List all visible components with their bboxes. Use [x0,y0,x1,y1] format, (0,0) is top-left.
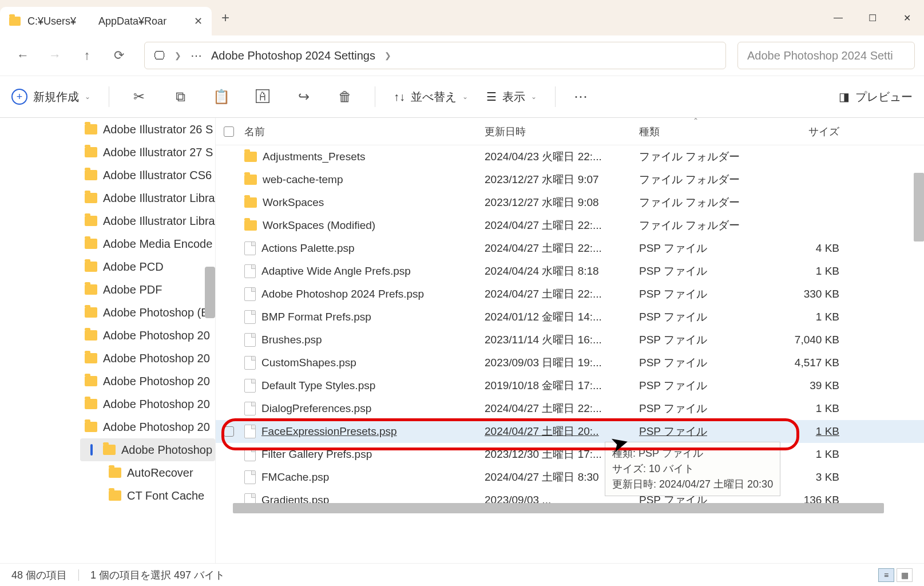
sidebar-item[interactable]: Adobe Photoshop 20 [80,393,215,415]
sidebar-item[interactable]: Adobe Photoshop 20 [80,347,215,370]
tab-active[interactable]: C:¥Users¥ AppData¥Roar ✕ [0,7,212,35]
sidebar-item-label: Adobe PCD [103,260,164,274]
file-pane: ⌃ 名前 更新日時 種類 サイズ Adjustments_Presets2024… [216,118,924,563]
file-name: BMP Format Prefs.psp [261,311,371,323]
file-row[interactable]: Adobe Photoshop 2024 Prefs.psp2024/04/27… [216,283,924,306]
file-row[interactable]: Actions Palette.psp2024/04/27 土曜日 22:...… [216,237,924,260]
sidebar-item[interactable]: Adobe Photoshop 20 [80,370,215,393]
back-button[interactable]: ← [9,42,37,69]
status-bar: 48 個の項目 1 個の項目を選択 497 バイト ≡ ▦ [0,563,924,586]
file-row[interactable]: WorkSpaces (Modified)2024/04/27 土曜日 22:.… [216,214,924,237]
file-icon [244,470,256,484]
sidebar-item[interactable]: Adobe PDF [80,278,215,301]
sidebar-item[interactable]: Adobe Photoshop 20 [80,324,215,347]
file-row[interactable]: Default Type Styles.psp2019/10/18 金曜日 17… [216,374,924,397]
view-button[interactable]: ☰ 表示 ⌄ [486,89,537,105]
sidebar-item[interactable]: Adobe Illustrator Libra [80,187,215,209]
rename-icon[interactable]: 🄰 [251,89,274,105]
cut-icon[interactable]: ✂ [128,89,150,105]
file-type: PSP ファイル [639,241,771,256]
file-type: PSP ファイル [639,401,771,416]
folder-icon [85,216,97,226]
folder-icon [85,147,97,157]
column-name[interactable]: 名前 [244,125,485,138]
separator [555,86,556,107]
file-row[interactable]: Filter Gallery Prefs.psp2023/12/30 土曜日 1… [216,443,924,466]
up-button[interactable]: ↑ [73,42,101,69]
horizontal-scrollbar[interactable] [233,503,884,513]
refresh-button[interactable]: ⟳ [105,42,133,69]
sidebar-item[interactable]: Adobe PCD [80,255,215,278]
column-date[interactable]: 更新日時 [485,125,639,138]
file-row[interactable]: DialogPreferences.psp2024/04/27 土曜日 22:.… [216,397,924,420]
sidebar-item[interactable]: Adobe Photoshop 20 [80,415,215,438]
tab-path-prefix: C:¥Users¥ [27,15,76,27]
chevron-right-icon[interactable]: ❯ [384,51,391,60]
sort-button[interactable]: ↑↓ 並べ替え ⌄ [394,89,468,105]
breadcrumb-current[interactable]: Adobe Photoshop 2024 Settings [211,49,375,62]
separator [78,569,79,581]
file-row[interactable]: FMCache.psp2024/04/27 土曜日 8:30PSP ファイル3 … [216,466,924,489]
file-row[interactable]: web-cache-temp2023/12/27 水曜日 9:07ファイル フォ… [216,168,924,191]
search-input[interactable]: Adobe Photoshop 2024 Setti [737,42,915,69]
row-checkbox[interactable] [224,426,234,437]
sidebar-item[interactable]: Adobe Illustrator Libra [80,209,215,232]
folder-icon [85,353,97,363]
new-button[interactable]: + 新規作成 ⌄ [11,89,90,105]
share-icon[interactable]: ↪ [292,89,315,105]
folder-icon [85,239,97,249]
file-row[interactable]: Adaptive Wide Angle Prefs.psp2024/04/24 … [216,260,924,283]
separator [109,86,109,107]
close-button[interactable]: ✕ [890,3,924,32]
details-view-button[interactable]: ≡ [878,568,894,582]
minimize-button[interactable]: — [821,3,855,32]
file-row[interactable]: Adjustments_Presets2024/04/23 火曜日 22:...… [216,145,924,168]
sort-icon: ↑↓ [394,90,405,104]
sidebar-item[interactable]: CT Font Cache [86,484,215,507]
plus-circle-icon: + [11,89,27,105]
copy-icon[interactable]: ⧉ [169,89,192,105]
sidebar-item-label: Adobe Photoshop 20 [103,421,210,434]
file-icon [244,264,256,278]
file-row[interactable]: WorkSpaces2023/12/27 水曜日 9:08ファイル フォルダー [216,191,924,214]
file-type: ファイル フォルダー [639,172,771,187]
file-size: 4,517 KB [771,357,851,369]
sidebar-item[interactable]: AutoRecover [86,461,215,484]
file-row[interactable]: FaceExpressionPresets.psp2024/04/27 土曜日 … [216,420,924,443]
thumbnails-view-button[interactable]: ▦ [897,568,913,582]
maximize-button[interactable]: ☐ [855,3,890,32]
sort-label: 並べ替え [411,89,457,105]
sidebar-scrollbar[interactable] [205,267,215,318]
sidebar-item[interactable]: Adobe Media Encode [80,232,215,255]
tooltip: 種類: PSP ファイル サイズ: 10 バイト 更新日時: 2024/04/2… [605,442,780,496]
delete-icon[interactable]: 🗑 [334,89,356,105]
sidebar-item[interactable]: Adobe Illustrator CS6 [80,164,215,187]
sidebar-item[interactable]: Adobe Illustrator 26 S [80,118,215,141]
preview-button[interactable]: ◨ プレビュー [839,89,913,105]
tab-close-icon[interactable]: ✕ [194,15,203,27]
vertical-scrollbar[interactable] [914,173,924,241]
file-row[interactable]: Brushes.psp2023/11/14 火曜日 16:...PSP ファイル… [216,328,924,351]
sidebar-item[interactable]: Adobe Photoshop (Be [80,301,215,324]
sidebar-item-selected[interactable]: Adobe Photoshop 2 [80,438,215,461]
sidebar-item[interactable]: Adobe Illustrator 27 S [80,141,215,164]
paste-icon[interactable]: 📋 [210,89,233,105]
sidebar-item-label: Adobe PDF [103,283,162,296]
breadcrumb[interactable]: 🖵 ❯ ⋯ Adobe Photoshop 2024 Settings ❯ [144,42,726,69]
file-type: ファイル フォルダー [639,218,771,233]
more-button[interactable]: ⋯ [574,89,589,105]
file-row[interactable]: BMP Format Prefs.psp2024/01/12 金曜日 14:..… [216,306,924,328]
new-tab-button[interactable]: + [212,10,239,26]
file-row[interactable]: CustomShapes.psp2023/09/03 日曜日 19:...PSP… [216,351,924,374]
folder-icon [244,220,257,231]
select-all-checkbox[interactable] [224,126,234,137]
chevron-down-icon: ⌄ [85,93,90,101]
file-size: 1 KB [771,425,851,438]
view-label: 表示 [502,89,525,105]
column-type[interactable]: 種類 [639,125,771,138]
ellipsis-icon[interactable]: ⋯ [191,49,202,62]
file-date: 2024/04/27 土曜日 22:... [485,287,639,302]
file-name: FaceExpressionPresets.psp [261,425,397,438]
column-size[interactable]: サイズ [771,125,851,138]
folder-icon [85,193,97,203]
